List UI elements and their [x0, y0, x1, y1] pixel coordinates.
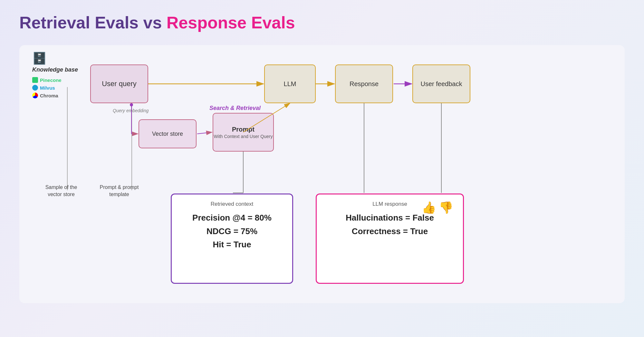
- kb-vertical-line: [67, 87, 68, 190]
- milvus-label: Milvus: [40, 85, 55, 91]
- chroma-icon: [32, 93, 38, 98]
- kb-items-list: Pinecone Milvus Chroma: [32, 77, 62, 98]
- user-feedback-box: User feedback: [412, 64, 470, 103]
- sample-vector-store-label: Sample of the vector store: [39, 184, 84, 198]
- thumbs-area: 👍 👎: [422, 201, 453, 214]
- pinecone-icon: [32, 77, 38, 83]
- kb-item-pinecone: Pinecone: [32, 77, 62, 83]
- retrieved-context-label: Retrieved context: [181, 201, 283, 207]
- hallucinations-metric: Hallucinations = False: [346, 213, 434, 223]
- user-query-box: User query: [90, 64, 148, 103]
- title-response: Response Evals: [167, 13, 295, 32]
- prompt-box: Prompt With Context and User Query: [213, 113, 274, 152]
- milvus-icon: [32, 85, 38, 91]
- title-retrieval: Retrieval Evals vs: [19, 13, 167, 32]
- query-embedding-label: Query embedding: [113, 108, 149, 113]
- response-label: Response: [350, 80, 379, 88]
- vector-store-box: Vector store: [139, 119, 197, 148]
- retrieval-metrics: Precision @4 = 80% NDCG = 75% Hit = True: [181, 211, 283, 252]
- knowledge-base-label: Knowledge base: [32, 66, 78, 73]
- page-title: Retrieval Evals vs Response Evals: [0, 0, 644, 39]
- response-metrics: Hallucinations = False Correctness = Tru…: [326, 211, 453, 238]
- thumbs-down-icon: 👎: [439, 201, 453, 214]
- hit-metric: Hit = True: [213, 240, 251, 249]
- prompt-subtitle: With Context and User Query: [214, 134, 273, 139]
- llm-label: LLM: [284, 80, 296, 88]
- svg-line-10: [197, 132, 212, 134]
- database-icon: 🗄️: [32, 52, 47, 65]
- search-retrieval-label: Search & Retrieval: [209, 105, 261, 112]
- llm-box: LLM: [264, 64, 316, 103]
- response-eval-box: 👍 👎 LLM response Hallucinations = False …: [316, 193, 464, 284]
- diagram-container: 🗄️ Knowledge base Pinecone Milvus Chroma…: [19, 45, 625, 303]
- chroma-label: Chroma: [40, 93, 58, 98]
- response-box: Response: [335, 64, 393, 103]
- correctness-metric: Correctness = True: [352, 226, 428, 236]
- pinecone-label: Pinecone: [40, 77, 62, 83]
- user-query-label: User query: [102, 80, 137, 88]
- user-feedback-label: User feedback: [421, 80, 462, 88]
- thumbs-up-icon: 👍: [422, 201, 436, 214]
- kb-item-milvus: Milvus: [32, 85, 62, 91]
- prompt-template-label: Prompt & prompt template: [97, 184, 142, 198]
- vector-store-label: Vector store: [152, 131, 183, 137]
- retrieval-eval-box: Retrieved context Precision @4 = 80% NDC…: [171, 193, 293, 284]
- knowledge-base-section: 🗄️ Knowledge base Pinecone Milvus Chroma: [32, 52, 78, 98]
- kb-item-chroma: Chroma: [32, 93, 62, 98]
- ndcg-metric: NDCG = 75%: [207, 226, 257, 236]
- prompt-title: Prompt: [214, 126, 273, 133]
- precision-metric: Precision @4 = 80%: [192, 213, 272, 223]
